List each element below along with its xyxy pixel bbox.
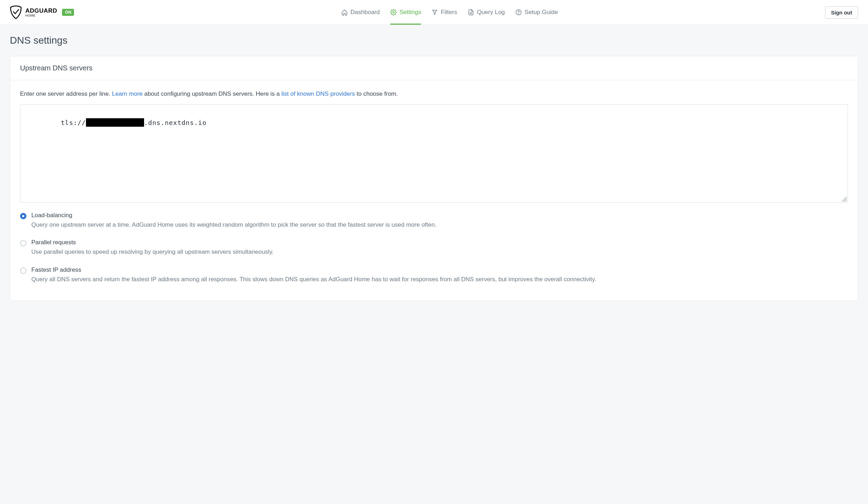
nav-dashboard[interactable]: Dashboard xyxy=(341,0,380,25)
mode-fastest[interactable]: Fastest IP address Query all DNS servers… xyxy=(20,266,848,284)
home-icon xyxy=(341,9,348,15)
nav-settings[interactable]: Settings xyxy=(390,0,421,25)
mode-desc: Query one upstream server at a time. AdG… xyxy=(31,220,848,229)
help-mid: about configuring upstream DNS servers. … xyxy=(143,90,281,97)
nav-label: Settings xyxy=(399,9,421,16)
help-post: to choose from. xyxy=(355,90,398,97)
upstream-mode-group: Load-balancing Query one upstream server… xyxy=(20,212,848,284)
svg-point-0 xyxy=(393,12,395,13)
server-prefix: tls:// xyxy=(61,119,86,126)
brand-subtitle: HOME xyxy=(25,14,57,17)
resize-handle-icon[interactable] xyxy=(842,197,847,202)
nav-query-log[interactable]: Query Log xyxy=(468,0,505,25)
page-title: DNS settings xyxy=(10,35,858,46)
gear-icon xyxy=(390,9,397,15)
file-icon xyxy=(468,9,474,15)
help-circle-icon xyxy=(515,9,522,15)
upstream-card: Upstream DNS servers Enter one server ad… xyxy=(10,56,858,301)
mode-load-balancing[interactable]: Load-balancing Query one upstream server… xyxy=(20,212,848,229)
upstream-servers-input[interactable]: tls://.dns.nextdns.io xyxy=(20,104,848,203)
app-header: ADGUARD HOME ON Dashboard Settings Filte… xyxy=(0,0,868,25)
nav-label: Filters xyxy=(441,9,457,16)
radio-icon[interactable] xyxy=(20,240,26,246)
mode-title: Fastest IP address xyxy=(31,266,848,273)
mode-desc: Query all DNS servers and return the fas… xyxy=(31,275,848,284)
nav-label: Query Log xyxy=(477,9,505,16)
filter-icon xyxy=(432,9,438,15)
redacted-segment xyxy=(86,118,144,127)
help-pre: Enter one server address per line. xyxy=(20,90,112,97)
mode-title: Parallel requests xyxy=(31,239,848,246)
upstream-help-text: Enter one server address per line. Learn… xyxy=(20,89,848,99)
status-badge[interactable]: ON xyxy=(62,9,74,16)
brand-logo-block[interactable]: ADGUARD HOME ON xyxy=(10,5,74,19)
brand-title: ADGUARD xyxy=(25,8,57,14)
nav-filters[interactable]: Filters xyxy=(432,0,457,25)
known-providers-link[interactable]: list of known DNS providers xyxy=(281,90,355,97)
main-nav: Dashboard Settings Filters Query Log Set… xyxy=(341,0,558,25)
mode-parallel[interactable]: Parallel requests Use parallel queries t… xyxy=(20,239,848,257)
svg-point-2 xyxy=(518,13,519,14)
sign-out-button[interactable]: Sign out xyxy=(825,6,858,19)
mode-desc: Use parallel queries to speed up resolvi… xyxy=(31,247,848,257)
card-header: Upstream DNS servers xyxy=(10,56,858,80)
radio-icon[interactable] xyxy=(20,267,26,274)
shield-check-icon xyxy=(10,5,22,19)
nav-label: Dashboard xyxy=(351,9,380,16)
radio-icon[interactable] xyxy=(20,213,26,219)
nav-setup-guide[interactable]: Setup Guide xyxy=(515,0,558,25)
learn-more-link[interactable]: Learn more xyxy=(112,90,143,97)
mode-title: Load-balancing xyxy=(31,212,848,219)
nav-label: Setup Guide xyxy=(525,9,558,16)
server-suffix: .dns.nextdns.io xyxy=(144,119,207,126)
